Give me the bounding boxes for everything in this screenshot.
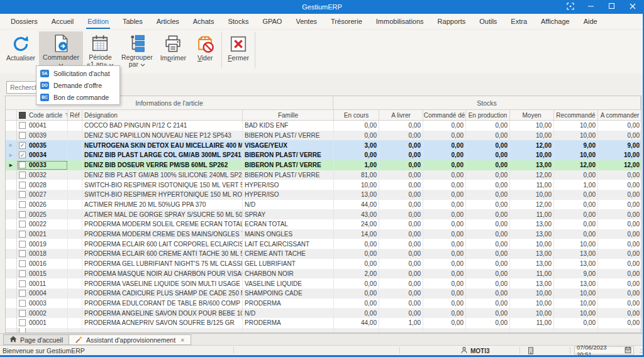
col-header-en-cours[interactable]: En cours xyxy=(334,110,379,120)
table-row[interactable]: ▶✓00034DENIZ BIB PLAST LARGE COL GM/AB 3… xyxy=(6,150,641,160)
refresh-icon xyxy=(11,33,30,54)
table-row[interactable]: 00022PRODERMA MODERM SOLEIL CREME ECRAN … xyxy=(6,219,641,229)
header-gutter xyxy=(6,110,17,120)
building-icon[interactable] xyxy=(527,346,535,356)
tab-close-icon[interactable]: × xyxy=(180,336,184,344)
row-checkbox[interactable] xyxy=(19,182,26,189)
row-checkbox[interactable] xyxy=(19,310,26,317)
row-checkbox[interactable] xyxy=(19,201,26,208)
table-row[interactable]: 00004PRODERMA CADICURE PLUS SHAMP DE CAD… xyxy=(6,288,641,299)
focus-mode-button[interactable] xyxy=(560,0,580,14)
menu-item-rapports[interactable]: Rapports xyxy=(431,14,473,29)
row-checkbox[interactable] xyxy=(19,221,26,228)
menu-item-immobilisations[interactable]: Immobilisations xyxy=(369,14,431,29)
toolbar-button-periode[interactable]: Période«1 an» xyxy=(83,31,118,69)
table-row[interactable]: 00016PRODERMA GEL LUBRIFIANT NIGHT'S 75 … xyxy=(6,259,641,269)
table-row[interactable]: 00019PRODERMA ECLAIR 600 LAIT CORPOREL E… xyxy=(6,239,641,249)
row-checkbox[interactable] xyxy=(19,260,26,267)
col-header-r-f[interactable]: Réf xyxy=(68,110,82,120)
status-datetime[interactable]: 07/06/2023 20:51 xyxy=(574,346,634,354)
row-checkbox[interactable]: ✓ xyxy=(19,151,26,158)
table-row[interactable]: 00028SWITCH-BIO RESPIMER ISOTONIQUE 150 … xyxy=(6,180,641,190)
table-row[interactable]: 00018PRODERMA ECLAIR 600 CREME ANTI TACH… xyxy=(6,249,641,259)
menu-item-aide[interactable]: Aide xyxy=(577,14,604,29)
toolbar-button-imprimer[interactable]: Imprimer xyxy=(157,31,190,69)
row-checkbox[interactable] xyxy=(19,172,26,178)
row-checkbox[interactable] xyxy=(19,319,26,326)
menu-item-tr-sorerie[interactable]: Trésorerie xyxy=(324,14,369,29)
tab-page-accueil[interactable]: Page d'accueil xyxy=(3,334,69,345)
resize-grip[interactable]: .:: xyxy=(639,348,642,354)
table-row[interactable]: ▶✓00035NEUTROGENA SKIN DETOX EAU MICELLA… xyxy=(6,140,641,150)
table-row[interactable] xyxy=(6,328,641,333)
table-row[interactable]: 00027SWITCH-BIO RESPIMER HYPERTONIQUE 15… xyxy=(6,190,641,200)
minimize-button[interactable] xyxy=(580,0,601,14)
table-row[interactable]: 00001PRODERMA ACNEPRIV SAVON SOUFRE B/12… xyxy=(6,318,641,328)
row-checkbox[interactable] xyxy=(19,211,26,218)
row-checkbox[interactable] xyxy=(19,300,26,307)
toolbar-button-regrouper[interactable]: Regrouperpar xyxy=(118,31,157,69)
cell-stock-value: 0,00 xyxy=(379,278,423,288)
row-checkbox[interactable] xyxy=(19,191,26,198)
table-row[interactable]: 00032DENIZ BIB PLAST GM/AB 100% SILICONE… xyxy=(6,170,641,180)
menu-item-outils[interactable]: Outils xyxy=(472,14,504,29)
row-checkbox[interactable] xyxy=(19,280,26,287)
col-header-a-commander[interactable]: A commander xyxy=(598,110,641,120)
menu-item-ventes[interactable]: Ventes xyxy=(289,14,324,29)
row-checkbox[interactable] xyxy=(19,132,26,139)
row-checkbox[interactable] xyxy=(19,328,26,333)
table-row[interactable]: 00041COCCO BAD PINGUIN P/12 C 2141BAD KI… xyxy=(6,121,641,131)
row-checkbox[interactable] xyxy=(19,122,26,129)
maximize-button[interactable] xyxy=(601,0,622,14)
cell-stock-value: 12,00 xyxy=(510,140,554,150)
close-button[interactable] xyxy=(622,0,643,14)
table-row[interactable]: 00003PRODERMA EDULCORANT DE TABLE BR/600… xyxy=(6,299,641,309)
toolbar-button-fermer[interactable]: Fermer xyxy=(223,31,253,69)
col-header-code-article[interactable]: Code article xyxy=(17,110,68,120)
purchase-request-doc-icon: SA xyxy=(40,70,49,77)
row-checkbox[interactable] xyxy=(19,250,26,257)
tab-assistant-approvisionnement[interactable]: Assistant d'approvisionnement × xyxy=(69,334,191,345)
menu-item-bon-de-commande[interactable]: BCBon de commande xyxy=(36,91,119,103)
table-row[interactable]: 00011PRODERMA VASELINE LIQUIDE SOIN MULT… xyxy=(6,278,641,288)
row-checkbox[interactable] xyxy=(19,162,26,168)
table-row[interactable]: 00039DENIZ SUC PAPILLON NOUVEAU NEE P12 … xyxy=(6,131,641,141)
menu-item-demande-d-offre[interactable]: DODemande d'offre xyxy=(36,79,119,91)
cell-famille: PRODERMA xyxy=(243,299,334,309)
row-checkbox[interactable] xyxy=(19,270,26,277)
table-row[interactable]: 00026ACTIMER RHUME 20 ML 50%UG PPA 370N/… xyxy=(6,200,641,210)
menu-item-achats[interactable]: Achats xyxy=(186,14,221,29)
table-row[interactable]: 00002PRODERMA ANGELINE SAVON DOUX POUR B… xyxy=(6,308,641,318)
row-checkbox[interactable] xyxy=(19,241,26,248)
col-header-a-livrer[interactable]: A livrer xyxy=(379,110,423,120)
table-row[interactable]: ▶00033DENIZ BIB DOSEUR VERRE PM/SB 60ML … xyxy=(6,160,641,170)
col-header-command-d-[interactable]: Commandé dé xyxy=(423,110,466,120)
menu-item-accueil[interactable]: Accueil xyxy=(45,14,80,29)
toolbar-button-actualiser[interactable]: Actualiser xyxy=(3,31,39,69)
cell-stock-value: 0,00 xyxy=(466,121,510,131)
menu-item-gpao[interactable]: GPAO xyxy=(255,14,289,29)
table-row[interactable]: 00025ACTIMER MAL DE GORGE SPRAY S/SUCRE … xyxy=(6,209,641,219)
menu-item-articles[interactable]: Articles xyxy=(150,14,186,29)
toolbar-button-commander[interactable]: Commander xyxy=(39,31,83,69)
col-header-famille[interactable]: Famille xyxy=(243,110,334,120)
table-row[interactable]: 00021PRODERMA MODERM CREME DES MAINS/ONG… xyxy=(6,229,641,239)
col-header-en-production[interactable]: En production xyxy=(466,110,510,120)
menu-item-dossiers[interactable]: Dossiers xyxy=(4,14,45,29)
table-row[interactable]: 00015PRODEMA MASQUE NOIR AU CHARBON POUR… xyxy=(6,269,641,279)
select-all-checkbox[interactable] xyxy=(19,112,26,119)
row-checkbox[interactable]: ✓ xyxy=(19,142,26,149)
menu-item-extra[interactable]: Extra xyxy=(504,14,534,29)
menu-item-tables[interactable]: Tables xyxy=(116,14,150,29)
cell-stock-value: 0,00 xyxy=(466,131,510,141)
toolbar-button-vider[interactable]: Vider xyxy=(190,31,220,69)
row-checkbox[interactable] xyxy=(19,290,26,297)
row-checkbox[interactable] xyxy=(19,231,26,238)
menu-item-edition[interactable]: Edition xyxy=(80,14,116,29)
col-header-d-signation[interactable]: Désignation xyxy=(82,110,243,120)
menu-item-affichage[interactable]: Affichage xyxy=(534,14,577,29)
col-header-moyen[interactable]: Moyen xyxy=(510,110,554,120)
col-header-recommand-[interactable]: Recommandé xyxy=(554,110,598,120)
menu-item-sollicitation-d-achat[interactable]: SASollicitation d'achat xyxy=(36,67,119,79)
menu-item-stocks[interactable]: Stocks xyxy=(221,14,255,29)
